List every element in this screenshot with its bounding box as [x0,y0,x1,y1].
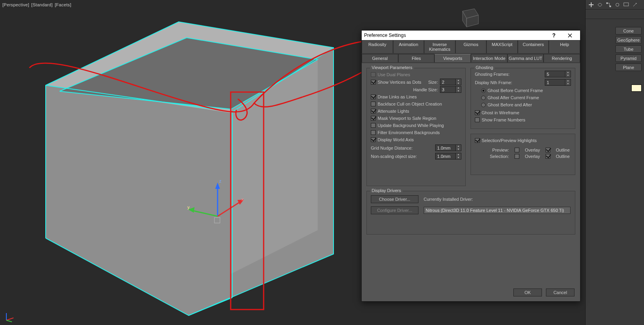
chk-preview-outline[interactable] [546,148,550,152]
cancel-button[interactable]: Cancel [546,288,575,296]
command-panel: Cone GeoSphere Tube Pyramid Plane [585,0,644,325]
motion-tab-icon[interactable] [614,2,621,8]
svg-marker-4 [231,60,318,274]
chk-update-bg[interactable] [371,123,376,128]
viewport-label-perspective[interactable]: [Perspective] [2,2,29,7]
object-color-swatch[interactable] [631,85,642,92]
lbl-backface-cull: Backface Cull on Object Creation [378,101,442,107]
display-tab-icon[interactable] [623,2,629,8]
chk-show-vertices[interactable] [371,80,376,85]
svg-text:z: z [219,179,222,183]
viewport-labels[interactable]: [Perspective] [Standard] [Facets] [2,2,72,7]
lbl-nonscaling: Non-scaling object size: [371,154,417,159]
chk-highlights-enable[interactable] [475,138,480,143]
lbl-selection-overlay: Overlay [525,154,540,159]
lbl-update-bg: Update Background While Playing [378,122,444,129]
input-grid-nudge[interactable] [435,144,456,151]
group-highlights: Selection/Preview Highlights Preview: Ov… [470,134,575,175]
chk-draw-links[interactable] [371,94,376,99]
tab-rendering[interactable]: Rendering [544,54,580,62]
primitive-cone-button[interactable]: Cone [615,27,642,35]
radio-ghost-after[interactable] [481,96,486,100]
chk-filter-env[interactable] [371,130,376,135]
tab-ik[interactable]: Inverse Kinematics [424,40,455,53]
lbl-handle-size: Handle Size: [413,87,438,93]
spin-nonscaling[interactable]: ▲▼ [435,153,461,160]
viewport-label-facets[interactable]: [Facets] [55,2,71,7]
lbl-highlights-title: Selection/Preview Highlights [482,137,537,144]
svg-rect-15 [214,217,220,223]
svg-line-8 [189,298,232,315]
lbl-mask-safe: Mask Viewport to Safe Region [378,115,436,121]
lbl-size: Size: [428,79,438,85]
viewport-label-standard[interactable]: [Standard] [31,2,53,7]
axis-tripod-icon [4,310,17,323]
group-viewport-parameters: Viewport Parameters Use Dual Planes Show… [366,68,466,186]
lbl-preview-overlay: Overlay [525,148,540,152]
lbl-filter-env: Filter Environment Backgrounds [378,129,440,136]
tab-general[interactable]: General [362,54,398,62]
utilities-tab-icon[interactable] [632,2,638,8]
spin-ghost-frames[interactable]: ▲▼ [545,71,571,77]
input-ghost-frames[interactable] [545,71,565,77]
lbl-selection: Selection: [486,154,509,159]
svg-marker-14 [188,207,195,213]
tab-radiosity[interactable]: Radiosity [362,40,393,53]
chk-selection-outline[interactable] [546,154,550,159]
chk-attenuate[interactable] [371,109,376,113]
tab-viewports[interactable]: Viewports [434,54,471,62]
hierarchy-tab-icon[interactable] [605,2,612,8]
svg-marker-0 [46,22,334,315]
group-display-drivers: Display Drivers Choose Driver... Current… [366,191,575,235]
chk-preview-overlay[interactable] [515,148,519,152]
modify-tab-icon[interactable] [597,2,603,8]
input-nonscaling[interactable] [435,153,456,160]
tab-maxscript[interactable]: MAXScript [486,40,518,53]
chk-ghost-wire[interactable] [475,110,480,115]
input-handle-size[interactable] [440,86,456,93]
tab-interaction[interactable]: Interaction Mode [471,54,507,62]
primitive-geosphere-button[interactable]: GeoSphere [615,36,642,44]
spin-vertex-size[interactable]: ▲▼ [440,79,461,85]
svg-marker-10 [215,183,220,189]
preference-settings-dialog: Preference Settings ? Radiosity Animatio… [361,30,580,302]
primitive-pyramid-button[interactable]: Pyramid [615,54,642,62]
chk-world-axis[interactable] [371,137,376,142]
svg-rect-27 [609,6,611,7]
primitive-tube-button[interactable]: Tube [615,45,642,53]
radio-ghost-both[interactable] [481,103,486,107]
primitive-plane-button[interactable]: Plane [615,63,642,71]
tab-containers[interactable]: Containers [518,40,549,53]
choose-driver-button[interactable]: Choose Driver... [371,195,418,203]
radio-ghost-before[interactable] [481,88,486,93]
chk-backface-cull[interactable] [371,102,376,106]
tab-files[interactable]: Files [398,54,435,62]
tab-help[interactable]: Help [549,40,580,53]
dialog-titlebar[interactable]: Preference Settings ? [362,31,580,40]
ok-button[interactable]: OK [513,288,542,296]
svg-point-28 [616,3,619,6]
svg-line-11 [218,202,241,216]
spin-handle-size[interactable]: ▲▼ [440,86,461,93]
dialog-close-button[interactable] [562,31,578,40]
chk-selection-overlay[interactable] [515,154,519,159]
spin-ghost-nth[interactable]: ▲▼ [545,79,571,86]
configure-driver-button: Configure Driver... [371,206,418,214]
chk-mask-safe[interactable] [371,116,376,121]
installed-driver-field[interactable] [424,207,571,214]
dialog-help-button[interactable]: ? [546,31,562,40]
svg-text:y: y [187,205,190,210]
input-vertex-size[interactable] [440,79,456,85]
create-tab-icon[interactable] [588,2,594,8]
viewcube[interactable] [455,3,482,31]
lbl-ghost-frames: Ghosting Frames: [475,72,509,77]
svg-line-24 [6,318,13,320]
chk-ghost-numbers[interactable] [475,117,480,122]
spin-grid-nudge[interactable]: ▲▼ [435,144,461,151]
tab-animation[interactable]: Animation [393,40,424,53]
tab-gamma[interactable]: Gamma and LUT [507,54,544,62]
tab-gizmos[interactable]: Gizmos [455,40,487,53]
svg-marker-12 [237,200,244,205]
input-ghost-nth[interactable] [545,79,565,86]
lbl-ghost-numbers: Show Frame Numbers [482,117,525,123]
